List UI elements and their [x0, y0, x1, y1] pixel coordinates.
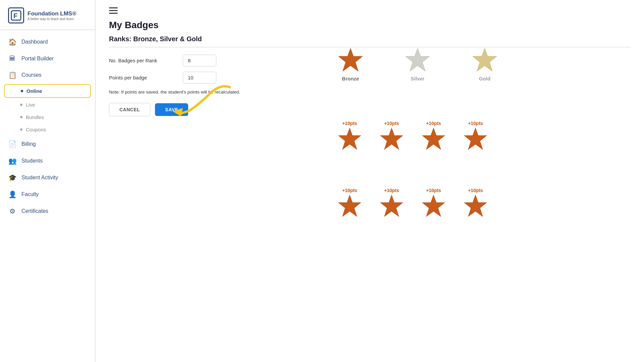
- bronze-star-sm-icon: [463, 127, 488, 152]
- svg-marker-11: [380, 195, 403, 217]
- sidebar-item-bundles[interactable]: Bundles: [0, 111, 95, 123]
- rank-badges-row: Bronze Silver Gold: [337, 47, 498, 81]
- badge-row-2: +10pts +10pts +10pts +10pts: [337, 188, 488, 219]
- sidebar-item-online-label: Online: [26, 88, 42, 94]
- badge-item-1-3: +10pts: [421, 121, 446, 152]
- points-per-badge-input[interactable]: [183, 72, 216, 83]
- svg-marker-6: [338, 128, 361, 150]
- points-per-badge-label: Points per badge: [109, 75, 176, 80]
- svg-marker-9: [464, 128, 487, 150]
- gold-star-icon: [471, 47, 498, 74]
- hamburger-line: [109, 13, 118, 14]
- page-title: My Badges: [96, 17, 644, 32]
- dot-icon: [21, 90, 23, 92]
- sidebar-item-billing-label: Billing: [21, 141, 36, 147]
- dot-icon: [20, 104, 22, 106]
- badge-row-1: +10pts +10pts +10pts +10pts: [337, 121, 488, 152]
- form-note: Note: If points are saved, the student's…: [109, 89, 250, 96]
- hamburger-line: [109, 7, 118, 8]
- sidebar-item-coupons[interactable]: Coupons: [0, 123, 95, 136]
- ranks-title: Ranks: Bronze, Silver & Gold: [109, 35, 631, 43]
- save-button[interactable]: SAVE: [155, 103, 188, 116]
- courses-icon: 📋: [8, 71, 17, 79]
- pts-label: +10pts: [384, 188, 399, 193]
- student-activity-icon: 🎓: [8, 174, 17, 182]
- sidebar-item-portal-builder[interactable]: 🏛 Portal Builder: [0, 50, 95, 67]
- sidebar: F Foundation LMS® A better way to teach …: [0, 0, 96, 362]
- pts-label: +10pts: [342, 121, 357, 126]
- cancel-button[interactable]: CANCEL: [109, 103, 150, 116]
- sidebar-item-students-label: Students: [21, 158, 43, 164]
- gold-rank-badge: Gold: [471, 47, 498, 81]
- sidebar-nav: 🏠 Dashboard 🏛 Portal Builder 📋 Courses O…: [0, 30, 95, 362]
- logo-title: Foundation LMS®: [28, 10, 76, 17]
- svg-marker-7: [380, 128, 403, 150]
- sidebar-item-dashboard-label: Dashboard: [21, 39, 48, 45]
- sidebar-item-faculty-label: Faculty: [21, 191, 39, 197]
- logo-icon: F: [8, 7, 24, 23]
- hamburger-line: [109, 10, 118, 11]
- svg-marker-3: [338, 48, 363, 71]
- topbar: [96, 0, 644, 17]
- bronze-star-sm-icon: [337, 194, 362, 219]
- sidebar-item-student-activity[interactable]: 🎓 Student Activity: [0, 169, 95, 186]
- bronze-star-sm-icon: [379, 127, 404, 152]
- sidebar-item-courses-label: Courses: [21, 72, 42, 78]
- badge-item-1-4: +10pts: [463, 121, 488, 152]
- sidebar-item-faculty[interactable]: 👤 Faculty: [0, 186, 95, 203]
- gold-label: Gold: [479, 76, 490, 81]
- svg-marker-13: [464, 195, 487, 217]
- dot-icon: [20, 128, 22, 131]
- sidebar-item-online[interactable]: Online: [4, 84, 91, 98]
- bronze-rank-badge: Bronze: [337, 47, 364, 81]
- sidebar-item-dashboard[interactable]: 🏠 Dashboard: [0, 34, 95, 50]
- badge-item-2-1: +10pts: [337, 188, 362, 219]
- form-actions: CANCEL SAVE: [109, 103, 631, 116]
- badge-item-2-4: +10pts: [463, 188, 488, 219]
- badge-item-2-3: +10pts: [421, 188, 446, 219]
- bronze-star-sm-icon: [379, 194, 404, 219]
- badges-per-rank-label: No. Badges per Rank: [109, 58, 176, 63]
- dot-icon: [20, 116, 22, 118]
- badges-per-rank-input[interactable]: [183, 55, 216, 66]
- logo-text: Foundation LMS® A better way to teach an…: [28, 10, 76, 21]
- svg-marker-12: [422, 195, 445, 217]
- sidebar-item-certificates-label: Certificates: [21, 208, 48, 214]
- billing-icon: 📄: [8, 140, 17, 148]
- sidebar-item-courses[interactable]: 📋 Courses: [0, 67, 95, 83]
- svg-marker-10: [338, 195, 361, 217]
- portal-icon: 🏛: [8, 55, 17, 62]
- pts-label: +10pts: [342, 188, 357, 193]
- svg-marker-4: [406, 48, 430, 71]
- pts-label: +10pts: [468, 188, 483, 193]
- sidebar-item-live-label: Live: [26, 102, 35, 108]
- svg-marker-5: [473, 48, 497, 71]
- certificates-icon: ⚙: [8, 207, 17, 215]
- badge-item-2-2: +10pts: [379, 188, 404, 219]
- faculty-icon: 👤: [8, 190, 17, 198]
- bronze-star-icon: [337, 47, 364, 74]
- hamburger-button[interactable]: [109, 7, 118, 14]
- students-icon: 👥: [8, 157, 17, 165]
- bronze-star-sm-icon: [421, 194, 446, 219]
- silver-rank-badge: Silver: [404, 47, 431, 81]
- bronze-star-sm-icon: [463, 194, 488, 219]
- svg-text:F: F: [13, 12, 17, 19]
- badge-item-1-1: +10pts: [337, 121, 362, 152]
- sidebar-item-live[interactable]: Live: [0, 99, 95, 111]
- sidebar-item-certificates[interactable]: ⚙ Certificates: [0, 203, 95, 220]
- sidebar-item-coupons-label: Coupons: [26, 127, 46, 132]
- sidebar-item-students[interactable]: 👥 Students: [0, 153, 95, 169]
- pts-label: +10pts: [384, 121, 399, 126]
- sidebar-item-student-activity-label: Student Activity: [21, 175, 58, 181]
- pts-label: +10pts: [426, 188, 441, 193]
- sidebar-item-billing[interactable]: 📄 Billing: [0, 136, 95, 153]
- silver-label: Silver: [411, 76, 425, 81]
- svg-marker-8: [422, 128, 445, 150]
- pts-label: +10pts: [426, 121, 441, 126]
- logo-area: F Foundation LMS® A better way to teach …: [0, 0, 95, 29]
- content-wrapper: My Badges Ranks: Bronze, Silver & Gold N…: [96, 0, 644, 362]
- bronze-star-sm-icon: [337, 127, 362, 152]
- logo-subtitle: A better way to teach and learn: [28, 17, 76, 21]
- sidebar-item-portal-label: Portal Builder: [21, 56, 54, 62]
